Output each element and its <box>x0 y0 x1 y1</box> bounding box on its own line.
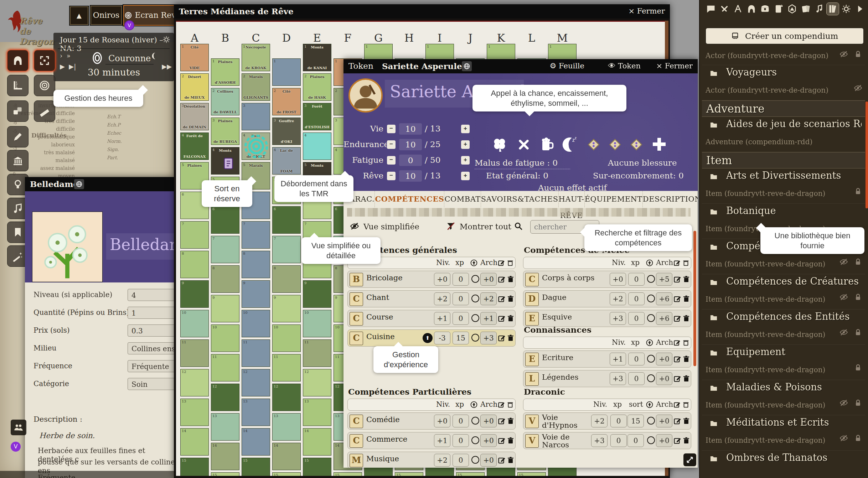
skill-bonus-value[interactable]: +0 <box>480 454 497 467</box>
tab-savoirs-taches[interactable]: SAVOIRS&TACHES <box>481 191 559 207</box>
tmr-tile[interactable]: 11 <box>211 354 239 381</box>
toggle-visibility-icon[interactable] <box>839 399 848 407</box>
tool-difficulty-button[interactable] <box>34 75 55 96</box>
tmr-tile[interactable]: 9 <box>303 280 331 308</box>
skill-roll-circle[interactable] <box>471 334 479 342</box>
xp-up-icon[interactable] <box>646 339 653 347</box>
tmr-tile[interactable]: 1Plainesd'ASSORH <box>211 58 239 86</box>
tmr-tile[interactable]: 8 <box>242 251 270 278</box>
toggle-lock-icon[interactable] <box>854 434 862 442</box>
advance-hour-button[interactable]: › » <box>60 52 71 59</box>
tool-fullscreen-button[interactable] <box>34 50 55 71</box>
delete-all-icon[interactable] <box>682 339 690 347</box>
tmr-tile[interactable]: 1Montsde KANAI <box>303 44 331 71</box>
delete-skill-icon[interactable] <box>506 295 515 303</box>
skill-bonus-value[interactable]: +1 <box>480 312 497 325</box>
tool-bank-button[interactable] <box>7 150 29 171</box>
skill-bonus-value[interactable]: +0 <box>656 353 672 365</box>
skill-xp-value[interactable]: 0 <box>453 434 469 447</box>
skill-xp-value[interactable]: 0 <box>628 292 645 305</box>
edit-all-icon[interactable] <box>497 259 505 267</box>
stat-increase-button[interactable]: + <box>461 172 470 180</box>
tmr-tile[interactable]: 3Désolationde DEMAIN <box>180 103 209 130</box>
skill-row[interactable]: MMusique+20+0 <box>347 452 516 468</box>
skill-xp-value[interactable]: 0 <box>610 434 627 447</box>
toggle-visibility-icon[interactable] <box>839 258 848 266</box>
edit-skill-icon[interactable] <box>497 314 506 323</box>
tab-combat[interactable]: COMBAT <box>444 191 481 207</box>
narcos-diamond-button[interactable] <box>606 136 624 155</box>
show-players-globe-icon[interactable] <box>462 61 472 71</box>
skill-row[interactable]: BBricolage+00+0 <box>347 271 516 288</box>
tool-actors-button[interactable] <box>7 50 29 71</box>
tmr-tile[interactable]: 6 <box>272 206 301 234</box>
sidebar-tab-settings[interactable] <box>840 3 852 15</box>
tmr-tile[interactable]: 14 <box>211 443 239 470</box>
tmr-tile[interactable]: 7 <box>272 236 301 263</box>
edit-skill-icon[interactable] <box>497 295 506 303</box>
show-players-globe-icon[interactable] <box>74 179 84 189</box>
compendium-entry[interactable]: Ombres de Thanatos <box>702 451 865 478</box>
create-compendium-button[interactable]: Créer un compendium <box>706 28 864 44</box>
skill-roll-circle[interactable] <box>471 436 479 444</box>
tmr-tile[interactable]: 10 <box>272 324 301 352</box>
demi-reve-token-icon[interactable] <box>243 133 270 160</box>
compendium-entry[interactable]: Méditations et EcritsItem (foundryvtt-re… <box>702 415 865 451</box>
belledame-titlebar[interactable]: Belledame <box>25 177 175 191</box>
toggle-visibility-icon[interactable] <box>854 84 862 92</box>
delete-skill-icon[interactable] <box>506 314 515 323</box>
tmr-tile[interactable]: 10 <box>211 324 239 352</box>
edit-skill-icon[interactable] <box>497 275 506 284</box>
skill-roll-circle[interactable] <box>647 374 655 382</box>
delete-all-icon[interactable] <box>506 401 514 409</box>
tmr-tile[interactable]: 2MaraisGLIGNANTS <box>242 73 270 101</box>
skill-niv-value[interactable]: +2 <box>434 292 450 305</box>
sleep-button[interactable]: zz <box>562 136 579 155</box>
skill-roll-circle[interactable] <box>471 456 479 464</box>
skill-niv-value[interactable]: +3 <box>591 434 608 447</box>
edit-all-icon[interactable] <box>497 401 505 409</box>
delete-skill-icon[interactable] <box>682 436 691 445</box>
eye-slash-icon[interactable] <box>350 222 359 231</box>
tmr-tile[interactable]: 14 <box>303 428 331 456</box>
reserve-spell-marker-icon[interactable] <box>221 155 236 172</box>
skill-bonus-value[interactable]: +2 <box>480 292 497 305</box>
skill-row[interactable]: CChant+20+2 <box>347 290 516 307</box>
tmr-tile[interactable]: 1 <box>272 58 301 86</box>
sidebar-tab-items[interactable] <box>759 3 771 15</box>
tmr-tile[interactable]: 11 <box>242 339 270 367</box>
delete-all-icon[interactable] <box>506 259 514 267</box>
tmr-tile[interactable]: 8 <box>211 265 239 293</box>
edit-skill-icon[interactable] <box>673 295 682 303</box>
tmr-tile[interactable]: 11 <box>272 354 301 381</box>
skill-row[interactable]: CCorps à corps+00+5 <box>523 271 691 288</box>
tmr-tile[interactable]: 6 <box>211 206 239 234</box>
skill-xp-value[interactable]: 0 <box>453 292 469 305</box>
sidebar-tab-combat[interactable] <box>718 3 730 15</box>
skill-row[interactable]: VVoie de Narcos+300+0 <box>523 432 691 449</box>
tool-pencil-button[interactable] <box>7 126 29 147</box>
skill-bonus-value[interactable]: +5 <box>656 273 672 286</box>
skill-bonus-value[interactable]: +3 <box>480 332 497 344</box>
fast-forward-buttons[interactable]: ▶▶ <box>162 63 172 70</box>
tmr-tile[interactable]: 15 <box>242 458 270 476</box>
toggle-visibility-icon[interactable] <box>839 293 848 301</box>
skill-xp-value[interactable]: 0 <box>628 312 645 325</box>
tmr-tile[interactable]: 10 <box>242 310 270 337</box>
tmr-tile[interactable]: 1CitéVIDE <box>180 44 209 71</box>
sidebar-tab-chat[interactable] <box>705 3 717 15</box>
tmr-tile[interactable]: 13 <box>180 399 209 426</box>
delete-all-icon[interactable] <box>682 259 690 267</box>
sidebar-tab-collapse[interactable] <box>854 3 866 15</box>
skill-xp-value[interactable]: 0 <box>453 454 469 467</box>
tmr-tile[interactable]: 4Forêt deFALCONAX <box>180 133 209 160</box>
tmr-tile[interactable]: 14 <box>272 443 301 470</box>
compendium-entry[interactable]: EquipementItem (foundryvtt-reve-de-drago… <box>702 345 865 380</box>
delete-all-icon[interactable] <box>682 401 690 409</box>
edit-all-icon[interactable] <box>673 259 681 267</box>
skill-roll-circle[interactable] <box>647 417 655 425</box>
tmr-tile[interactable]: 11 <box>180 339 209 367</box>
toggle-lock-icon[interactable] <box>854 399 862 407</box>
tmr-tile[interactable]: 8 <box>180 251 209 278</box>
tmr-tile[interactable]: 10 <box>180 310 209 337</box>
